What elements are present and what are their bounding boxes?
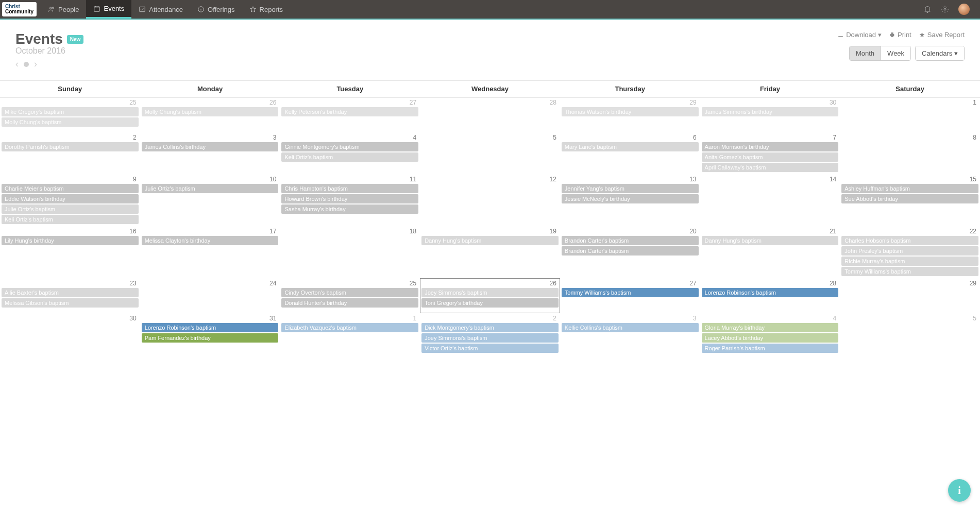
- nav-reports[interactable]: Reports: [242, 0, 291, 19]
- calendar-cell[interactable]: 29: [840, 278, 980, 313]
- event-item[interactable]: Cindy Overton's baptism: [281, 288, 418, 297]
- event-item[interactable]: Danny Hung's baptism: [702, 236, 839, 245]
- event-item[interactable]: James Simmons's birthday: [702, 107, 839, 116]
- nav-events[interactable]: Events: [86, 0, 131, 19]
- calendars-dropdown[interactable]: Calendars ▾: [915, 46, 965, 61]
- calendar-cell[interactable]: 5: [840, 313, 980, 355]
- event-item[interactable]: Thomas Watson's birthday: [562, 107, 699, 116]
- event-item[interactable]: Gloria Murray's birthday: [702, 323, 839, 332]
- calendar-cell[interactable]: 19Danny Hung's baptism: [420, 226, 560, 278]
- event-item[interactable]: Donald Hunter's birthday: [281, 298, 418, 308]
- calendar-cell[interactable]: 26Joey Simmons's baptismToni Gregory's b…: [420, 278, 560, 313]
- event-item[interactable]: Dick Montgomery's baptism: [421, 323, 559, 332]
- event-item[interactable]: Brandon Carter's baptism: [562, 236, 699, 245]
- calendar-cell[interactable]: 10Julie Ortiz's baptism: [140, 174, 280, 226]
- event-item[interactable]: Julie Ortiz's baptism: [2, 205, 139, 214]
- event-item[interactable]: Tommy Williams's baptism: [562, 288, 699, 297]
- calendar-cell[interactable]: 23Allie Baxter's baptismMelissa Gibson's…: [0, 278, 140, 313]
- app-logo[interactable]: Christ Community: [2, 2, 37, 16]
- calendar-cell[interactable]: 29Thomas Watson's birthday: [560, 97, 700, 132]
- calendar-cell[interactable]: 13Jennifer Yang's baptismJessie McNeely'…: [560, 174, 700, 226]
- calendar-cell[interactable]: 1Elizabeth Vazquez's baptism: [280, 313, 420, 355]
- event-item[interactable]: Melissa Gibson's baptism: [2, 298, 139, 308]
- calendar-cell[interactable]: 3Kellie Collins's baptism: [560, 313, 700, 355]
- calendar-cell[interactable]: 1: [840, 97, 980, 132]
- download-button[interactable]: Download ▾: [837, 31, 882, 39]
- calendar-cell[interactable]: 30: [0, 313, 140, 355]
- event-item[interactable]: Roger Parrish's baptism: [702, 344, 839, 353]
- gear-icon[interactable]: [941, 5, 949, 13]
- event-item[interactable]: Lacey Abbott's birthday: [702, 333, 839, 343]
- event-item[interactable]: Brandon Carter's baptism: [562, 246, 699, 256]
- event-item[interactable]: Tommy Williams's baptism: [841, 267, 978, 276]
- event-item[interactable]: John Presley's baptism: [841, 246, 978, 256]
- event-item[interactable]: James Collins's birthday: [142, 142, 279, 151]
- calendar-cell[interactable]: 3James Collins's birthday: [140, 132, 280, 174]
- print-button[interactable]: Print: [889, 31, 911, 39]
- today-dot-button[interactable]: [24, 62, 29, 67]
- calendar-cell[interactable]: 25Mike Gregory's baptismMolly Chung's ba…: [0, 97, 140, 132]
- calendar-cell[interactable]: 18: [280, 226, 420, 278]
- event-item[interactable]: Aaron Morrison's birthday: [702, 142, 839, 151]
- calendar-cell[interactable]: 25Cindy Overton's baptismDonald Hunter's…: [280, 278, 420, 313]
- bell-icon[interactable]: [923, 5, 932, 13]
- event-item[interactable]: Richie Murray's baptism: [841, 257, 978, 266]
- nav-attendance[interactable]: Attendance: [131, 0, 190, 19]
- calendar-cell[interactable]: 22Charles Hobson's baptismJohn Presley's…: [840, 226, 980, 278]
- calendar-cell[interactable]: 4Gloria Murray's birthdayLacey Abbott's …: [700, 313, 840, 355]
- save-report-button[interactable]: Save Report: [919, 31, 965, 39]
- event-item[interactable]: Ashley Huffman's baptism: [841, 184, 978, 193]
- calendar-cell[interactable]: 28: [420, 97, 560, 132]
- event-item[interactable]: Chris Hampton's baptism: [281, 184, 418, 193]
- nav-people[interactable]: People: [41, 0, 86, 19]
- calendar-cell[interactable]: 7Aaron Morrison's birthdayAnita Gomez's …: [700, 132, 840, 174]
- event-item[interactable]: Joey Simmons's baptism: [421, 288, 559, 297]
- prev-month-button[interactable]: ‹: [15, 59, 19, 70]
- calendar-cell[interactable]: 6Mary Lane's baptism: [560, 132, 700, 174]
- event-item[interactable]: Howard Brown's birthday: [281, 194, 418, 203]
- event-item[interactable]: Danny Hung's baptism: [421, 236, 559, 245]
- calendar-cell[interactable]: 14: [700, 174, 840, 226]
- event-item[interactable]: Jennifer Yang's baptism: [562, 184, 699, 193]
- event-item[interactable]: Pam Fernandez's birthday: [142, 333, 279, 343]
- event-item[interactable]: Charles Hobson's baptism: [841, 236, 978, 245]
- event-item[interactable]: Elizabeth Vazquez's baptism: [281, 323, 418, 332]
- calendar-cell[interactable]: 27Kelly Peterson's birthday: [280, 97, 420, 132]
- calendar-cell[interactable]: 21Danny Hung's baptism: [700, 226, 840, 278]
- event-item[interactable]: Lily Hung's birthday: [2, 236, 139, 245]
- event-item[interactable]: Victor Ortiz's baptism: [421, 344, 559, 353]
- calendar-cell[interactable]: 24: [140, 278, 280, 313]
- calendar-cell[interactable]: 8: [840, 132, 980, 174]
- month-view-button[interactable]: Month: [850, 46, 881, 60]
- event-item[interactable]: Kelly Peterson's birthday: [281, 107, 418, 116]
- event-item[interactable]: Charlie Meier's baptism: [2, 184, 139, 193]
- event-item[interactable]: Anita Gomez's baptism: [702, 152, 839, 162]
- calendar-cell[interactable]: 28Lorenzo Robinson's baptism: [700, 278, 840, 313]
- calendar-cell[interactable]: 11Chris Hampton's baptismHoward Brown's …: [280, 174, 420, 226]
- event-item[interactable]: Keli Ortiz's baptism: [2, 215, 139, 224]
- calendar-cell[interactable]: 4Ginnie Montgomery's baptismKeli Ortiz's…: [280, 132, 420, 174]
- next-month-button[interactable]: ›: [34, 59, 37, 70]
- new-badge[interactable]: New: [67, 35, 84, 44]
- event-item[interactable]: Lorenzo Robinson's baptism: [142, 323, 279, 332]
- calendar-cell[interactable]: 2Dick Montgomery's baptismJoey Simmons's…: [420, 313, 560, 355]
- event-item[interactable]: Joey Simmons's baptism: [421, 333, 559, 343]
- event-item[interactable]: Mary Lane's baptism: [562, 142, 699, 151]
- week-view-button[interactable]: Week: [881, 46, 910, 60]
- event-item[interactable]: Ginnie Montgomery's baptism: [281, 142, 418, 151]
- calendar-cell[interactable]: 2Dorothy Parrish's baptism: [0, 132, 140, 174]
- event-item[interactable]: Molly Chung's baptism: [2, 117, 139, 127]
- event-item[interactable]: Dorothy Parrish's baptism: [2, 142, 139, 151]
- event-item[interactable]: Lorenzo Robinson's baptism: [702, 288, 839, 297]
- calendar-cell[interactable]: 27Tommy Williams's baptism: [560, 278, 700, 313]
- calendars-button[interactable]: Calendars ▾: [916, 46, 964, 60]
- calendar-cell[interactable]: 26Molly Chung's baptism: [140, 97, 280, 132]
- nav-offerings[interactable]: Offerings: [190, 0, 242, 19]
- user-avatar[interactable]: [958, 4, 970, 15]
- event-item[interactable]: Toni Gregory's birthday: [421, 298, 559, 308]
- calendar-cell[interactable]: 15Ashley Huffman's baptismSue Abbott's b…: [840, 174, 980, 226]
- calendar-cell[interactable]: 5: [420, 132, 560, 174]
- event-item[interactable]: Melissa Clayton's birthday: [142, 236, 279, 245]
- calendar-cell[interactable]: 12: [420, 174, 560, 226]
- event-item[interactable]: Allie Baxter's baptism: [2, 288, 139, 297]
